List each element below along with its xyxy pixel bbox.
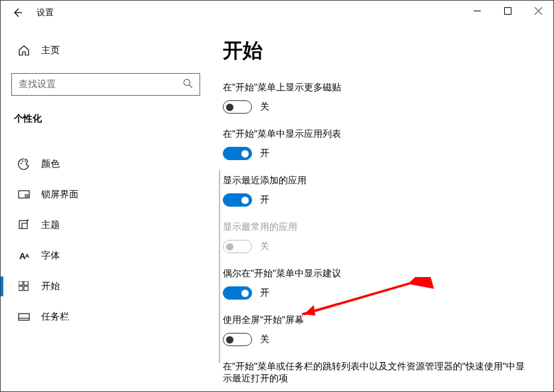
setting-row: 在"开始"菜单或任务栏的跳转列表中以及文件资源管理器的"快速使用"中显示最近打开… [223, 361, 533, 391]
toggle-switch[interactable] [223, 100, 252, 114]
setting-row: 显示最常用的应用关 [223, 221, 533, 253]
maximize-icon [504, 7, 511, 15]
page-title: 开始 [223, 37, 533, 64]
arrow-left-icon [12, 7, 23, 18]
sidebar-item-label: 开始 [41, 280, 60, 292]
svg-point-2 [21, 163, 22, 164]
search-icon [183, 78, 193, 90]
toggle-state: 关 [260, 101, 269, 113]
setting-label: 偶尔在"开始"菜单中显示建议 [223, 268, 533, 280]
home-icon [18, 45, 30, 56]
svg-point-3 [22, 161, 23, 162]
toggle-state: 开 [260, 287, 269, 299]
setting-label: 使用全屏"开始"屏幕 [223, 314, 533, 326]
sidebar-item-label: 颜色 [41, 158, 60, 170]
toggle-state: 开 [260, 194, 269, 206]
search-input[interactable]: 查找设置 [11, 73, 200, 96]
sidebar-item-label: 锁屏界面 [41, 189, 78, 201]
taskbar-icon [18, 311, 30, 323]
svg-rect-9 [24, 281, 28, 285]
svg-rect-6 [25, 195, 28, 197]
setting-label: 显示最近添加的应用 [223, 175, 533, 187]
search-placeholder: 查找设置 [19, 78, 56, 90]
toggle-switch[interactable] [223, 286, 252, 300]
setting-row: 在"开始"菜单上显示更多磁贴关 [223, 82, 533, 114]
setting-label: 显示最常用的应用 [223, 221, 533, 233]
svg-rect-12 [19, 314, 29, 320]
sidebar: 主页 查找设置 个性化 颜色 锁屏界面 [1, 24, 206, 391]
nav-list: 颜色 锁屏界面 主题 AA 字体 [11, 149, 200, 332]
sidebar-item-lockscreen[interactable]: 锁屏界面 [11, 179, 200, 210]
setting-label: 在"开始"菜单或任务栏的跳转列表中以及文件资源管理器的"快速使用"中显示最近打开… [223, 361, 533, 385]
svg-rect-0 [504, 7, 511, 14]
lockscreen-icon [18, 189, 30, 201]
toggle-switch[interactable] [223, 333, 252, 346]
toggle-switch[interactable] [223, 147, 252, 160]
sidebar-item-taskbar[interactable]: 任务栏 [11, 302, 200, 332]
sidebar-item-label: 任务栏 [41, 311, 69, 323]
sidebar-item-color[interactable]: 颜色 [11, 149, 200, 179]
sidebar-item-start[interactable]: 开始 [11, 271, 200, 302]
svg-rect-11 [24, 286, 28, 290]
setting-row: 在"开始"菜单中显示应用列表开 [223, 128, 533, 160]
sidebar-item-label: 主题 [41, 219, 60, 231]
palette-icon [18, 158, 30, 170]
close-button[interactable] [523, 1, 553, 21]
main-content: 开始 在"开始"菜单上显示更多磁贴关在"开始"菜单中显示应用列表开显示最近添加的… [206, 24, 553, 391]
minimize-icon [474, 7, 481, 15]
font-icon: AA [18, 250, 30, 262]
sidebar-item-theme[interactable]: 主题 [11, 210, 200, 241]
setting-row: 偶尔在"开始"菜单中显示建议开 [223, 268, 533, 300]
sidebar-item-label: 字体 [41, 250, 60, 262]
scrollbar[interactable] [219, 170, 220, 363]
toggle-switch[interactable] [223, 193, 252, 207]
svg-point-4 [25, 161, 26, 162]
sidebar-section: 个性化 [11, 113, 200, 125]
window-title: 设置 [37, 7, 54, 19]
start-icon [18, 280, 30, 292]
toggle-state: 关 [260, 334, 269, 345]
svg-rect-8 [19, 281, 23, 285]
setting-row: 显示最近添加的应用开 [223, 175, 533, 207]
svg-point-1 [184, 79, 190, 85]
setting-label: 在"开始"菜单上显示更多磁贴 [223, 82, 533, 94]
svg-rect-10 [19, 286, 23, 290]
toggle-state: 关 [260, 241, 269, 252]
close-icon [535, 7, 542, 15]
minimize-button[interactable] [462, 1, 492, 21]
setting-row: 使用全屏"开始"屏幕关 [223, 314, 533, 346]
toggle-state: 开 [260, 147, 269, 159]
sidebar-item-font[interactable]: AA 字体 [11, 241, 200, 271]
setting-label: 在"开始"菜单中显示应用列表 [223, 128, 533, 140]
home-label: 主页 [41, 45, 60, 56]
back-button[interactable] [7, 3, 27, 23]
window-controls [462, 1, 553, 21]
home-nav[interactable]: 主页 [11, 39, 200, 62]
maximize-button[interactable] [492, 1, 523, 21]
toggle-switch [223, 240, 252, 253]
theme-icon [18, 219, 30, 231]
svg-rect-7 [19, 221, 27, 229]
